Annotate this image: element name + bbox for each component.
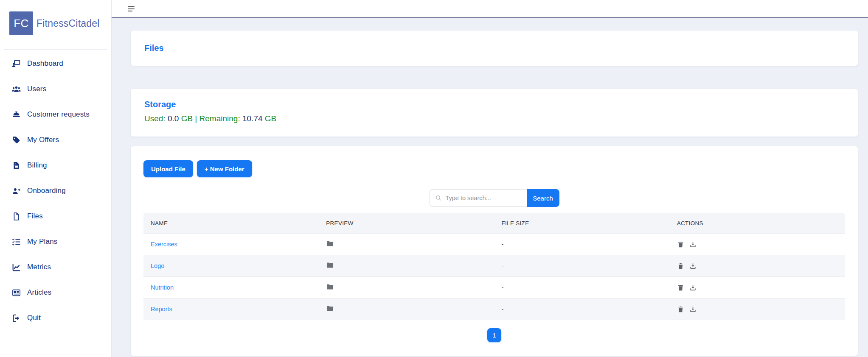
- brand-logo: FC: [9, 11, 33, 35]
- page-1-button[interactable]: 1: [487, 328, 501, 342]
- sidebar: FC FitnessCitadel Dashboard Users Custom…: [0, 0, 112, 357]
- table-header-row: NAME PREVIEW FILE SIZE ACTIONS: [143, 213, 845, 233]
- download-button[interactable]: [689, 262, 697, 270]
- file-size-value: -: [494, 306, 670, 312]
- download-button[interactable]: [689, 306, 697, 313]
- main-area: Files Storage Used: 0.0 GB | Remaining: …: [112, 0, 868, 357]
- trash-icon: [677, 306, 684, 313]
- table-row: Nutrition -: [143, 276, 845, 298]
- search-row: Search: [143, 189, 845, 207]
- file-manager-card: Upload File + New Folder Search NAME PRE…: [131, 146, 858, 356]
- download-icon: [689, 262, 697, 270]
- tag-icon: [12, 136, 21, 145]
- invoice-icon: [12, 161, 21, 170]
- download-icon: [689, 284, 697, 291]
- download-button[interactable]: [689, 241, 697, 248]
- storage-remaining-label: Remaining:: [199, 114, 240, 123]
- newspaper-icon: [12, 288, 21, 297]
- delete-button[interactable]: [677, 306, 684, 313]
- column-header-name: NAME: [143, 220, 319, 226]
- brand-name: FitnessCitadel: [37, 18, 100, 29]
- delete-button[interactable]: [677, 284, 684, 291]
- sidebar-item-quit[interactable]: Quit: [0, 305, 111, 331]
- file-icon: [12, 212, 21, 221]
- file-size-value: -: [494, 284, 670, 291]
- storage-usage: Used: 0.0 GB | Remaining: 10.74 GB: [144, 114, 844, 123]
- sidebar-item-articles[interactable]: Articles: [0, 280, 111, 305]
- folder-icon: [326, 304, 334, 312]
- users-icon: [12, 85, 21, 94]
- sidebar-item-my-offers[interactable]: My Offers: [0, 127, 111, 153]
- list-check-icon: [12, 237, 21, 246]
- page-content: Files Storage Used: 0.0 GB | Remaining: …: [112, 18, 868, 357]
- user-plus-icon: [12, 187, 21, 195]
- trash-icon: [677, 241, 684, 248]
- sidebar-item-billing[interactable]: Billing: [0, 153, 111, 178]
- page-title: Files: [144, 43, 164, 53]
- concierge-bell-icon: [12, 110, 21, 119]
- column-header-actions: ACTIONS: [670, 220, 845, 226]
- search-input[interactable]: [442, 194, 527, 202]
- table-body: Exercises - Logo -: [143, 233, 845, 320]
- file-name-link[interactable]: Exercises: [151, 241, 177, 248]
- pagination: 1: [143, 328, 845, 342]
- sidebar-item-customer-requests[interactable]: Customer requests: [0, 102, 111, 127]
- sidebar-item-metrics[interactable]: Metrics: [0, 254, 111, 280]
- sidebar-item-onboarding[interactable]: Onboarding: [0, 178, 111, 204]
- sidebar-item-my-plans[interactable]: My Plans: [0, 229, 111, 254]
- trash-icon: [677, 284, 684, 291]
- delete-button[interactable]: [677, 241, 684, 248]
- topbar: [112, 0, 868, 18]
- file-size-value: -: [494, 241, 670, 248]
- search-field: [430, 189, 527, 207]
- file-toolbar: Upload File + New Folder: [143, 160, 845, 177]
- storage-card: Storage Used: 0.0 GB | Remaining: 10.74 …: [131, 89, 858, 137]
- hamburger-icon[interactable]: [128, 6, 135, 11]
- download-button[interactable]: [689, 284, 697, 291]
- search-icon: [435, 195, 442, 201]
- storage-title: Storage: [144, 100, 844, 109]
- storage-used-label: Used:: [144, 114, 166, 123]
- brand: FC FitnessCitadel: [0, 0, 111, 35]
- download-icon: [689, 306, 697, 313]
- sidebar-nav: Dashboard Users Customer requests My Off…: [0, 50, 111, 331]
- storage-remaining-value: 10.74: [242, 114, 263, 123]
- table-row: Logo -: [143, 255, 845, 276]
- storage-used-unit: GB: [181, 114, 193, 123]
- sign-out-icon: [12, 314, 21, 323]
- column-header-file-size: FILE SIZE: [494, 220, 670, 226]
- table-row: Reports -: [143, 298, 845, 320]
- sidebar-item-dashboard[interactable]: Dashboard: [0, 51, 111, 76]
- delete-button[interactable]: [677, 262, 684, 270]
- sidebar-item-files[interactable]: Files: [0, 204, 111, 229]
- storage-divider: |: [195, 114, 197, 123]
- storage-used-value: 0.0: [168, 114, 179, 123]
- files-table: NAME PREVIEW FILE SIZE ACTIONS Exercises…: [143, 213, 845, 320]
- file-size-value: -: [494, 262, 670, 269]
- chart-line-icon: [12, 263, 21, 272]
- file-name-link[interactable]: Reports: [151, 306, 172, 312]
- files-card: Files: [131, 31, 858, 66]
- sidebar-item-users[interactable]: Users: [0, 76, 111, 102]
- trash-icon: [677, 262, 684, 270]
- upload-file-button[interactable]: Upload File: [143, 160, 193, 177]
- folder-icon: [326, 240, 334, 248]
- download-icon: [689, 241, 697, 248]
- storage-remaining-unit: GB: [265, 114, 276, 123]
- folder-icon: [326, 283, 334, 291]
- chalkboard-user-icon: [12, 59, 21, 68]
- search-group: Search: [430, 189, 559, 207]
- file-name-link[interactable]: Nutrition: [151, 284, 174, 291]
- table-row: Exercises -: [143, 233, 845, 255]
- file-name-link[interactable]: Logo: [151, 262, 164, 269]
- folder-icon: [326, 261, 334, 269]
- search-button[interactable]: Search: [527, 189, 559, 207]
- new-folder-button[interactable]: + New Folder: [197, 160, 252, 177]
- column-header-preview: PREVIEW: [319, 220, 494, 226]
